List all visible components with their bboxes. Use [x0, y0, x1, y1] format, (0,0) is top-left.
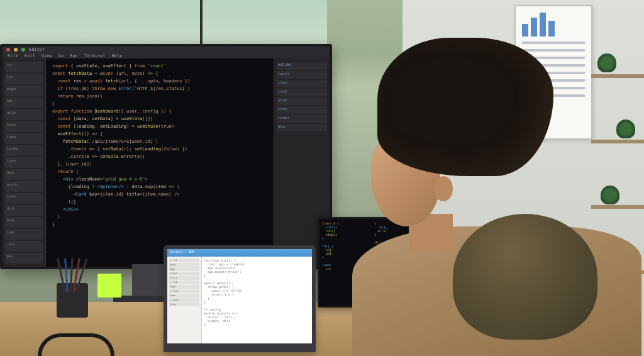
person-developer — [352, 38, 641, 356]
code-line: return ( — [52, 168, 267, 175]
file-tree-item: ▸ lib — [169, 281, 199, 284]
menu-item: Help — [111, 53, 122, 58]
code-line: .then(r => { setData(r); setLoading(fals… — [52, 145, 267, 153]
laptop-ide-title: project — IDE — [167, 249, 312, 257]
code-line: import { useState, useEffect } from 'rea… — [52, 62, 267, 70]
outline-item: state — [277, 106, 327, 114]
file-tree-item: dist — [5, 205, 43, 216]
code-line: return res.json() — [52, 92, 267, 100]
headphones — [38, 333, 114, 356]
pen-holder — [57, 283, 88, 318]
file-tree-item: deps — [169, 285, 199, 289]
ide-file-explorer: srclibpagesapiutilshooksindexconfigtypes… — [3, 58, 46, 267]
code-line: <Card key={item.id} title={item.name} /> — [52, 191, 267, 198]
office-scene: Editor FileEditViewGoRunTerminalHelp src… — [0, 0, 644, 356]
hair — [377, 38, 553, 176]
ide-titlebar: Editor — [3, 47, 330, 53]
ide-title: Editor — [29, 47, 45, 52]
menu-item: Edit — [25, 53, 35, 58]
file-tree-item: utils — [169, 276, 199, 280]
code-line: export function Dashboard({ user, config… — [52, 108, 267, 115]
hoodie-hood — [453, 214, 597, 340]
file-tree-item: spec — [169, 294, 199, 298]
code-line: const fetchData = async (url, opts) => { — [52, 70, 267, 77]
outline-item: props — [277, 97, 327, 105]
file-tree-item: pkg — [5, 253, 43, 264]
file-tree-item: main — [169, 263, 199, 267]
code-line: } — [52, 100, 267, 108]
code-line: const res = await fetch(url, { ...opts, … — [52, 77, 267, 85]
code-line: ) — [52, 213, 267, 221]
outline-item: func() — [277, 71, 327, 79]
file-tree-item: node — [5, 217, 43, 228]
file-tree-item: types — [5, 157, 43, 168]
file-tree-item: json — [169, 303, 199, 306]
code-line: .catch(e => console.error(e)) — [52, 153, 267, 160]
code-line: } — [52, 221, 267, 228]
laptop-screen: project — IDE ▸ src main app views utils… — [164, 245, 316, 352]
file-tree-item: data — [5, 169, 43, 180]
code-line: </div> — [52, 206, 267, 213]
dark-ide: Editor FileEditViewGoRunTerminalHelp src… — [3, 47, 330, 267]
window-control-icon — [21, 48, 25, 52]
file-tree-item: ▸ src — [169, 259, 199, 262]
laptop-editor: function init() { const app = create() a… — [202, 257, 312, 343]
code-line: } — [204, 323, 310, 326]
code-line: const [loading, setLoading] = useState(t… — [52, 123, 267, 130]
code-line: {loading ? <Spinner/> : data.map(item =>… — [52, 183, 267, 191]
outline-item: render — [277, 115, 327, 123]
file-tree-item: utils — [5, 109, 43, 120]
ide-editor: import { useState, useEffect } from 'rea… — [46, 58, 274, 267]
outline-item: OUTLINE — [277, 62, 327, 70]
sticky-note — [97, 274, 121, 298]
file-tree-item: src — [5, 62, 43, 72]
file-tree-item: lib — [5, 74, 43, 84]
outline-item: const — [277, 89, 327, 96]
code-line: ))} — [52, 198, 267, 206]
menu-item: Run — [70, 53, 78, 58]
code-line: if (!res.ok) throw new Error(`HTTP ${res… — [52, 85, 267, 92]
outline-item: class — [277, 80, 327, 87]
file-tree-item: ▸ conf — [169, 298, 199, 302]
file-tree-item: app — [169, 267, 199, 271]
file-tree-item: logs — [5, 229, 43, 240]
menu-item: View — [42, 53, 52, 58]
menu-item: Terminal — [84, 53, 106, 58]
file-tree-item: pages — [5, 86, 43, 96]
ear — [434, 176, 453, 201]
file-tree-item: index — [5, 133, 43, 144]
file-tree-item: hooks — [5, 121, 43, 132]
file-tree-item: ▸ test — [169, 289, 199, 293]
code-line: <div className="grid gap-4 p-6"> — [52, 175, 267, 183]
file-tree-item: assets — [5, 181, 43, 192]
laptop-file-tree: ▸ src main app views utils▸ lib deps▸ te… — [167, 257, 202, 343]
code-line: }, [user.id]) — [52, 160, 267, 168]
menu-item: Go — [58, 53, 64, 58]
file-tree-item: config — [5, 145, 43, 156]
code-line: fetchData(`/api/items?u=${user.id}`) — [52, 138, 267, 145]
file-tree-item: .env — [5, 241, 43, 252]
file-tree-item: views — [169, 272, 199, 275]
window-control-icon — [14, 48, 18, 52]
ide-menubar: FileEditViewGoRunTerminalHelp — [3, 53, 330, 58]
file-tree-item: api — [5, 97, 43, 108]
window-control-icon — [6, 48, 10, 52]
whiteboard-chart — [522, 11, 585, 36]
code-line: useEffect(() => { — [52, 130, 267, 138]
external-monitor: Editor FileEditViewGoRunTerminalHelp src… — [0, 44, 332, 269]
outline-item: deps — [277, 124, 327, 131]
code-line: const [data, setData] = useState([]) — [52, 115, 267, 123]
file-tree-item: tests — [5, 193, 43, 204]
menu-item: File — [8, 53, 18, 58]
